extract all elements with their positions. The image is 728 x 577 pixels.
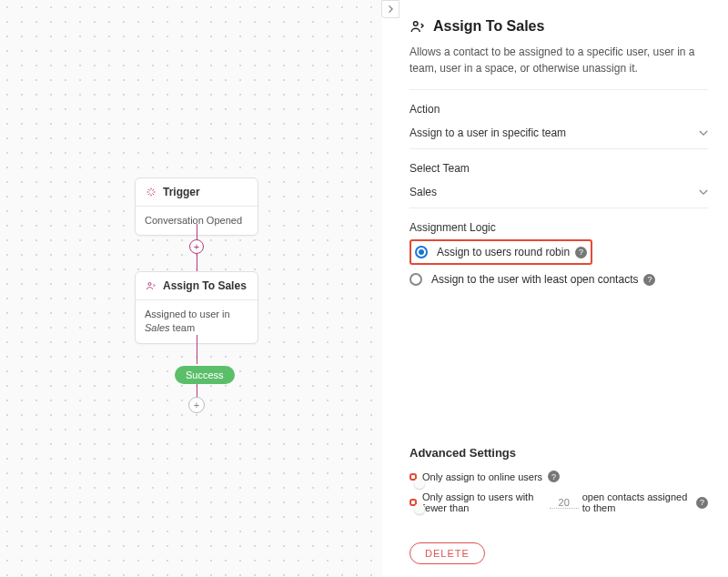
- user-assign-icon: [410, 18, 426, 35]
- user-assign-icon: [145, 279, 157, 292]
- team-label: Select Team: [410, 162, 708, 175]
- action-value: Assign to a user in specific team: [410, 127, 566, 139]
- svg-point-0: [148, 283, 151, 286]
- radio-indicator: [410, 273, 422, 286]
- advanced-settings: Advanced Settings Only assign to online …: [410, 446, 708, 522]
- sparkle-icon: [145, 186, 157, 198]
- chevron-right-icon: [387, 5, 394, 14]
- chevron-down-icon: [699, 186, 708, 198]
- node-assign-header: Assign To Sales: [136, 272, 258, 300]
- workflow-canvas[interactable]: Trigger Conversation Opened + Assign To …: [0, 0, 382, 577]
- radio-round-robin[interactable]: Assign to users round robin ?: [415, 241, 587, 263]
- success-badge: Success: [175, 366, 235, 384]
- node-assign-title: Assign To Sales: [163, 279, 247, 292]
- help-icon[interactable]: ?: [575, 247, 587, 258]
- assignment-logic-label: Assignment Logic: [410, 221, 708, 234]
- fewer-than-input[interactable]: [550, 497, 579, 509]
- action-select[interactable]: Assign to a user in specific team: [410, 121, 708, 149]
- advanced-heading: Advanced Settings: [410, 446, 708, 460]
- help-icon[interactable]: ?: [696, 497, 708, 509]
- team-value: Sales: [410, 186, 437, 198]
- action-label: Action: [410, 103, 708, 116]
- node-trigger-title: Trigger: [163, 186, 200, 198]
- delete-button[interactable]: DELETE: [410, 542, 485, 564]
- panel-collapse-button[interactable]: [381, 0, 399, 18]
- setting-online-only: Only assign to online users ?: [410, 471, 708, 482]
- radio-least-open[interactable]: Assign to the user with least open conta…: [410, 268, 708, 290]
- svg-point-1: [414, 22, 419, 26]
- chevron-down-icon: [699, 127, 708, 139]
- panel-title: Assign To Sales: [410, 18, 708, 35]
- radio-indicator: [415, 246, 428, 258]
- panel-description: Allows a contact to be assigned to a spe…: [410, 44, 708, 90]
- help-icon[interactable]: ?: [548, 471, 560, 482]
- settings-panel: Assign To Sales Allows a contact to be a…: [382, 0, 728, 577]
- connector-line: [197, 335, 197, 364]
- team-select[interactable]: Sales: [410, 180, 708, 208]
- node-assign[interactable]: Assign To Sales Assigned to user in Sale…: [135, 271, 258, 344]
- assignment-logic-group: Assign to users round robin ? Assign to …: [410, 239, 708, 290]
- node-trigger-header: Trigger: [136, 178, 258, 207]
- setting-fewer-than: Only assign to users with fewer than ope…: [410, 491, 708, 513]
- add-step-button[interactable]: +: [188, 397, 205, 413]
- add-step-button[interactable]: +: [189, 239, 204, 254]
- help-icon[interactable]: ?: [643, 274, 655, 286]
